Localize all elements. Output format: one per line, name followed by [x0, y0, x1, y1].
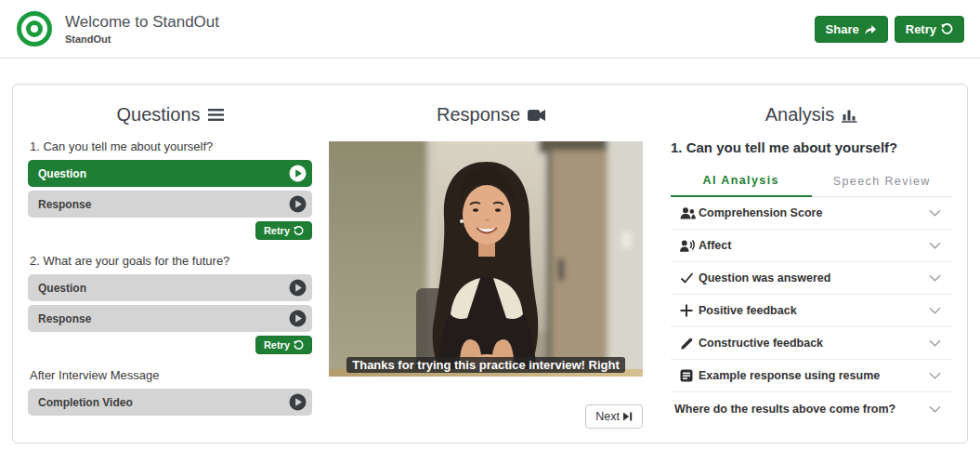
response-title-label: Response	[437, 104, 520, 126]
questions-column-title: Questions	[28, 104, 312, 126]
analysis-column: Analysis 1. Can you tell me about yourse…	[671, 94, 952, 433]
response-video-player[interactable]: Thanks for trying this practice intervie…	[329, 141, 643, 377]
accordion-affect[interactable]: Affect	[671, 230, 952, 262]
retry-icon	[294, 226, 304, 236]
header-buttons: Share Retry	[815, 16, 964, 43]
play-icon	[289, 393, 307, 411]
share-button-label: Share	[826, 22, 859, 36]
play-icon	[289, 310, 307, 327]
question-2-question-playbar[interactable]: Question	[28, 274, 312, 301]
accordion-where-results-come-from[interactable]: Where do the results above come from?	[671, 392, 952, 425]
menu-icon	[208, 108, 224, 122]
page-subtitle: StandOut	[65, 33, 815, 45]
plus-icon	[680, 304, 697, 318]
header-titles: Welcome to StandOut StandOut	[65, 13, 815, 44]
playbar-label: Completion Video	[38, 396, 133, 409]
share-button[interactable]: Share	[815, 16, 888, 43]
question-1-retry-button[interactable]: Retry	[255, 221, 312, 240]
question-1-label: 1. Can you tell me about yourself?	[30, 139, 310, 153]
pencil-icon	[680, 337, 697, 351]
next-button[interactable]: Next	[585, 404, 643, 429]
accordion-label: Constructive feedback	[699, 337, 929, 350]
interviewer-video-frame	[329, 141, 643, 377]
question-1-question-playbar[interactable]: Question	[28, 160, 312, 187]
completion-video-playbar[interactable]: Completion Video	[28, 389, 312, 416]
next-button-label: Next	[595, 410, 620, 423]
page: Welcome to StandOut StandOut Share Retry	[0, 0, 980, 450]
playbar-label: Response	[38, 312, 91, 325]
chevron-down-icon	[929, 242, 941, 249]
playbar-label: Response	[38, 198, 91, 211]
accordion-label: Comprehension Score	[699, 206, 929, 219]
accordion-positive-feedback[interactable]: Positive feedback	[671, 295, 952, 327]
question-1-response-playbar[interactable]: Response	[28, 191, 312, 218]
accordion-label: Where do the results above come from?	[674, 403, 929, 416]
question-2-response-playbar[interactable]: Response	[28, 305, 312, 332]
after-interview-label: After Interview Message	[30, 368, 310, 382]
main-card: Questions 1. Can you tell me about yours…	[12, 84, 968, 443]
chevron-down-icon	[929, 307, 941, 314]
speaking-person-icon	[680, 239, 697, 253]
share-icon	[864, 23, 877, 35]
retry-label: Retry	[264, 225, 290, 236]
accordion-example-response[interactable]: Example response using resume	[671, 360, 952, 392]
page-title: Welcome to StandOut	[65, 13, 815, 32]
play-icon	[289, 165, 307, 182]
play-icon	[289, 279, 307, 297]
chevron-down-icon	[929, 339, 941, 347]
playbar-label: Question	[38, 282, 86, 295]
playbar-label: Question	[38, 167, 86, 180]
accordion-question-was-answered[interactable]: Question was answered	[671, 262, 952, 295]
question-1-retry-row: Retry	[28, 221, 312, 240]
response-column: Response	[329, 94, 654, 433]
retry-icon	[294, 340, 304, 351]
analysis-column-title: Analysis	[671, 104, 952, 126]
document-icon	[680, 369, 697, 383]
app-header: Welcome to StandOut StandOut Share Retry	[0, 0, 980, 59]
accordion-comprehension-score[interactable]: Comprehension Score	[671, 197, 952, 230]
accordion-label: Question was answered	[699, 271, 929, 285]
chevron-down-icon	[929, 372, 941, 379]
analysis-title-label: Analysis	[765, 104, 834, 126]
tab-ai-analysis[interactable]: AI Analysis	[671, 166, 812, 197]
chevron-down-icon	[929, 209, 941, 217]
question-2-retry-button[interactable]: Retry	[255, 336, 312, 354]
users-icon	[680, 206, 697, 220]
questions-column: Questions 1. Can you tell me about yours…	[28, 94, 312, 433]
accordion-constructive-feedback[interactable]: Constructive feedback	[671, 327, 952, 360]
analysis-tabs: AI Analysis Speech Review	[671, 166, 952, 197]
accordion-label: Example response using resume	[699, 369, 929, 382]
chevron-down-icon	[929, 405, 941, 413]
accordion-label: Positive feedback	[699, 304, 929, 317]
skip-next-icon	[623, 412, 633, 421]
video-camera-icon	[528, 109, 546, 122]
standout-logo-icon	[16, 10, 53, 47]
questions-title-label: Questions	[116, 104, 200, 126]
play-icon	[289, 195, 307, 213]
question-2-retry-row: Retry	[28, 336, 312, 354]
next-row: Next	[329, 404, 643, 429]
accordion-label: Affect	[699, 239, 929, 252]
retry-icon	[941, 23, 953, 35]
response-column-title: Response	[329, 104, 654, 126]
bar-chart-icon	[842, 107, 857, 123]
analysis-question-heading: 1. Can you tell me about yourself?	[671, 139, 952, 155]
tab-speech-review[interactable]: Speech Review	[812, 166, 953, 197]
question-2-label: 2. What are your goals for the future?	[30, 254, 310, 268]
retry-button-label: Retry	[906, 22, 936, 36]
check-icon	[680, 271, 697, 285]
chevron-down-icon	[929, 274, 941, 282]
retry-button[interactable]: Retry	[895, 16, 964, 43]
retry-label: Retry	[264, 339, 290, 351]
